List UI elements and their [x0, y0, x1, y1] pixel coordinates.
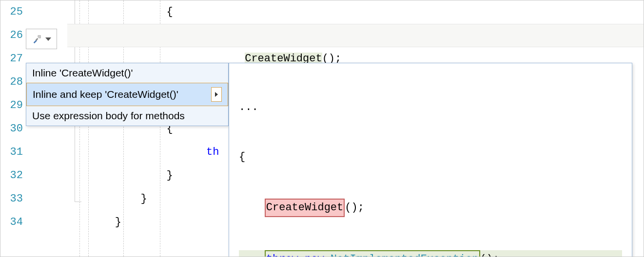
chevron-down-icon: [45, 37, 51, 41]
keyword: th: [89, 146, 219, 158]
line-number: 28: [0, 71, 23, 94]
brace-close: }: [89, 216, 121, 228]
menu-item-label: Inline 'CreateWidget()': [32, 67, 133, 79]
line-number: 25: [0, 0, 23, 24]
line-number: 27: [0, 47, 23, 71]
preview-added-line: throw new NotImplementedException();: [239, 250, 622, 257]
menu-item-inline-keep[interactable]: Inline and keep 'CreateWidget()': [26, 83, 228, 106]
code-line-current[interactable]: CreateWidget();: [26, 24, 644, 47]
code-text: ();: [345, 202, 364, 214]
menu-item-label: Use expression body for methods: [32, 110, 185, 122]
line-number: 30: [0, 117, 23, 141]
quick-actions-button[interactable]: [26, 29, 57, 49]
line-number-gutter: 25 26 27 28 29 30 31 32 33 34: [0, 0, 26, 257]
screwdriver-icon: [32, 34, 42, 44]
line-number: 34: [0, 211, 23, 234]
line-number: 26: [0, 24, 23, 47]
preview-line: {: [239, 149, 622, 165]
brace-close: }: [89, 169, 173, 182]
menu-item-inline[interactable]: Inline 'CreateWidget()': [26, 63, 228, 83]
menu-item-label: Inline and keep 'CreateWidget()': [33, 89, 178, 100]
preview-removed-line: CreateWidget();: [239, 199, 622, 217]
preview-code: ... { CreateWidget(); throw new NotImple…: [229, 63, 632, 257]
line-number: 29: [0, 94, 23, 117]
removed-text: CreateWidget: [266, 202, 343, 214]
code-text: ();: [480, 253, 500, 257]
type-name: NotImplementedException: [331, 253, 479, 257]
chevron-right-icon: [215, 92, 218, 97]
submenu-indicator[interactable]: [211, 87, 222, 102]
code-line[interactable]: {: [26, 0, 644, 24]
preview-pane: ... { CreateWidget(); throw new NotImple…: [229, 63, 632, 257]
brace-close: }: [89, 193, 147, 205]
line-number: 31: [0, 141, 23, 164]
quick-actions-menu: Inline 'CreateWidget()' Inline and keep …: [26, 63, 229, 126]
menu-item-expression-body[interactable]: Use expression body for methods: [26, 106, 228, 126]
keyword: new: [305, 253, 324, 257]
preview-line: ...: [239, 99, 622, 116]
brace-open: {: [89, 6, 173, 18]
line-number: 32: [0, 164, 23, 187]
keyword: throw: [266, 253, 298, 257]
line-number: 33: [0, 187, 23, 211]
